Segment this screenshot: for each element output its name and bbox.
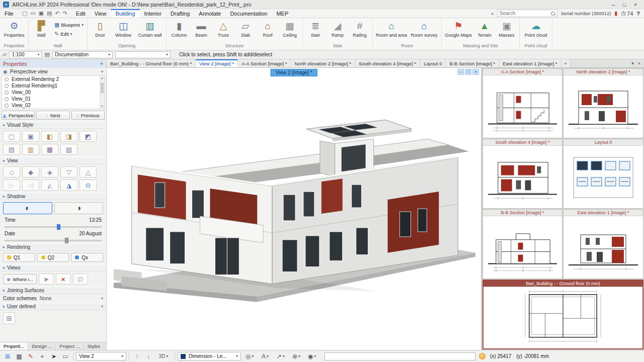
room-survey-button[interactable]: ⌂ Room survey	[409, 19, 439, 43]
menu-drafting[interactable]: Drafting	[166, 9, 195, 18]
visual-style-icon[interactable]: ▣	[22, 131, 39, 142]
delete-view-icon[interactable]: ×	[56, 274, 71, 285]
doc-tab-view2[interactable]: View 2 [Image] *	[196, 59, 238, 67]
doc-tab-north-elevation[interactable]: North elevation 2 [Image] *	[291, 59, 355, 67]
where-is-button[interactable]: ⊕ Where i...	[3, 274, 37, 284]
globe-tool[interactable]: ⊕▾	[289, 352, 303, 361]
menu-interior[interactable]: Interior	[140, 9, 166, 18]
active-view-combo[interactable]: View 2 ▾	[76, 352, 126, 360]
notification-counter[interactable]: ◷ 74	[621, 10, 633, 17]
roof-button[interactable]: ⌂ Roof	[257, 19, 278, 43]
hide-view-icon[interactable]: ∅	[73, 274, 88, 285]
hatch-tool[interactable]: ◎▾	[243, 352, 257, 361]
render-q2-button[interactable]: Q2	[37, 253, 69, 262]
view-cell-title[interactable]: South elevation 4 [Image] *	[483, 139, 562, 146]
dimension-combo[interactable]: Dimension - Le... ▾	[178, 352, 241, 360]
tab-properties[interactable]: Properti...	[0, 342, 28, 350]
list-item[interactable]: External Rendering1	[2, 82, 100, 89]
view-icon[interactable]: ◆	[22, 166, 39, 177]
view-cell-title[interactable]: North elevation 2 [Image] *	[564, 69, 643, 75]
arrow-tool[interactable]: ↗▾	[274, 352, 288, 361]
tab-design[interactable]: Design ...	[28, 342, 56, 350]
viewport-restore-icon[interactable]: □	[465, 69, 471, 75]
perspective-view-header[interactable]: ◉ Perspective view ▾	[0, 68, 106, 75]
view-icon[interactable]: ◇	[3, 166, 20, 177]
ceiling-button[interactable]: ▦ Ceiling	[279, 19, 300, 43]
viewport-title[interactable]: View 2 [Image] *	[271, 69, 317, 76]
close-icon[interactable]: ×	[630, 1, 641, 9]
terrain-button[interactable]: ▲ Terrain	[474, 19, 495, 43]
window-button[interactable]: ◫ Window	[112, 19, 135, 43]
previous-button[interactable]: ↑ Previous	[71, 111, 105, 120]
column-button[interactable]: ▮ Column	[169, 19, 190, 43]
collapse-ribbon-icon[interactable]: ▴	[492, 11, 494, 16]
new-icon[interactable]: ▢	[22, 10, 27, 17]
door-button[interactable]: ▯ Door	[90, 19, 111, 43]
menu-view[interactable]: View	[90, 9, 111, 18]
point-cloud-button[interactable]: ☁ Point cloud	[522, 19, 550, 43]
slider-handle[interactable]	[57, 224, 60, 230]
section-user-defined[interactable]: ▸User defined ▾	[0, 303, 106, 310]
menu-documentation[interactable]: Documentation	[225, 9, 272, 18]
style-combo[interactable]: ▾	[115, 51, 171, 58]
floor-down-icon[interactable]: ↓	[143, 352, 153, 361]
help-icon[interactable]: ?	[636, 11, 640, 17]
google-maps-button[interactable]: ⚑ Google Maps	[444, 19, 473, 43]
visual-style-icon[interactable]: ◨	[60, 131, 77, 142]
pin-icon[interactable]: ⌖	[100, 60, 103, 67]
3d-draft-tool[interactable]: 3D ▾	[155, 352, 172, 361]
view-icon[interactable]: ◁	[22, 179, 39, 191]
viewport-minimize-icon[interactable]: –	[457, 69, 464, 75]
color-schemes-row[interactable]: Color schemes None ▾	[0, 294, 106, 303]
grid-snap-icon[interactable]: ⊞	[3, 352, 13, 361]
doc-tab-south-elevation[interactable]: South elevation 4 [Image] *	[355, 59, 420, 67]
masses-button[interactable]: ▣ Masses	[496, 19, 517, 43]
view-cell-drawing[interactable]	[483, 146, 562, 209]
view-cell-title[interactable]: Bari_Building - - Ground floor (0 mm)	[484, 281, 642, 287]
list-item[interactable]: View_02	[2, 102, 100, 109]
view-icon[interactable]: ⊙	[79, 179, 97, 191]
visual-style-icon[interactable]: ▢	[3, 131, 20, 142]
redo-icon[interactable]: ↷	[63, 10, 67, 17]
radio-icon[interactable]	[5, 104, 9, 108]
table-icon[interactable]: ▦	[14, 352, 24, 361]
slider-track[interactable]	[5, 240, 102, 241]
slab-button[interactable]: ▱ Slab	[235, 19, 256, 43]
radio-icon[interactable]	[5, 84, 9, 88]
user-defined-icon[interactable]: ⊞	[3, 312, 15, 324]
undo-icon[interactable]: ↶	[55, 10, 59, 17]
visual-style-icon[interactable]: ▤	[3, 144, 20, 155]
view-icon[interactable]: ◈	[41, 166, 58, 177]
section-rendering[interactable]: ▸Rendering	[0, 243, 106, 251]
render-q1-button[interactable]: Q1	[3, 253, 35, 262]
properties-button[interactable]: ⚙ Properties	[2, 19, 26, 43]
pick-view-icon[interactable]: ➤	[39, 274, 54, 285]
scrollbar[interactable]: ▴ ▾	[100, 76, 104, 109]
section-views[interactable]: ▸Views	[0, 264, 106, 272]
truss-button[interactable]: △ Truss	[213, 19, 234, 43]
list-item[interactable]: View_01	[2, 96, 100, 102]
viewport-close-icon[interactable]: ×	[472, 69, 479, 75]
view-cell-drawing[interactable]	[484, 287, 642, 349]
view-cell-drawing[interactable]	[483, 75, 562, 138]
tab-list-icon[interactable]: ▾	[631, 61, 634, 66]
beam-button[interactable]: ▬ Beam	[191, 19, 212, 43]
date-slider[interactable]	[5, 237, 102, 243]
view-icon[interactable]: ▽	[60, 166, 77, 177]
doc-tab-layout0[interactable]: Layout 0	[420, 59, 446, 67]
slider-track[interactable]	[5, 226, 102, 228]
search-input[interactable]	[500, 11, 549, 16]
view-cell-title[interactable]: East elevation 1 [Image] *	[564, 210, 643, 216]
new-tab-button[interactable]: +	[561, 59, 571, 67]
view-cell-drawing[interactable]	[564, 75, 643, 138]
visual-style-icon[interactable]: ◧	[41, 131, 58, 142]
minimize-icon[interactable]: –	[608, 1, 619, 9]
scrollbar-thumb[interactable]	[101, 83, 104, 93]
visual-style-icon[interactable]: ▥	[22, 144, 39, 155]
command-input[interactable]	[325, 352, 475, 360]
view-cell-drawing[interactable]	[483, 216, 562, 279]
search-icon[interactable]	[551, 12, 555, 16]
radio-icon[interactable]	[5, 77, 9, 81]
stair-button[interactable]: ≣ Stair	[305, 19, 326, 43]
list-item[interactable]: View_00	[2, 89, 100, 96]
